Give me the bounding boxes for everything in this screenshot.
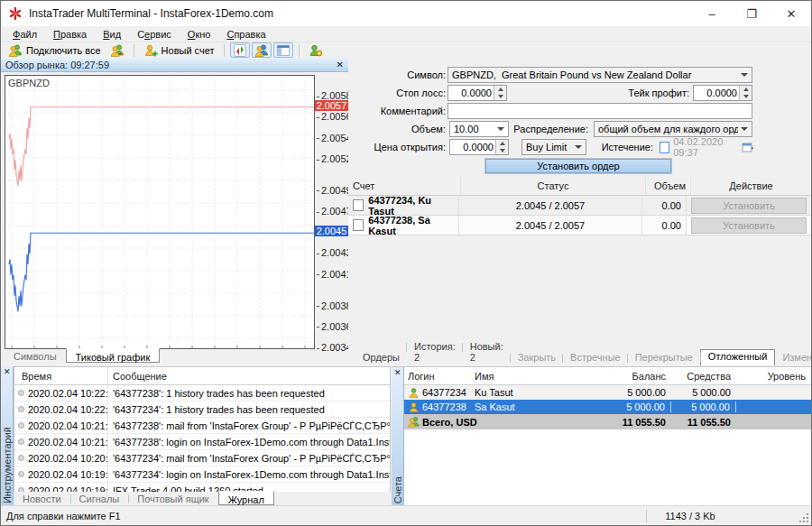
order-type-select[interactable]: Buy Limit [521, 139, 586, 155]
order-accounts-table: Счет Статус Объем Действие 64377234, Ku … [348, 177, 811, 235]
tab-orders[interactable]: Ордеры [355, 351, 407, 365]
list-item[interactable]: 2020.02.04 10:20:0...'64377234': mail fr… [14, 450, 390, 466]
menu-help[interactable]: Справка [218, 28, 273, 41]
place-order-button[interactable]: Установить ордер [485, 159, 671, 173]
status-message: Для справки нажмите F1 [1, 511, 646, 521]
comment-input[interactable] [448, 103, 752, 119]
new-account-button[interactable]: Новый счет [140, 42, 218, 58]
tab-pending[interactable]: Отложенный [700, 349, 776, 365]
menu-view[interactable]: Вид [95, 28, 129, 41]
menu-file[interactable]: Файл [5, 28, 45, 41]
distribution-select[interactable]: общий объем для каждого ордера [594, 121, 752, 137]
col-login[interactable]: Логин [404, 371, 473, 382]
table-row-selected[interactable]: 64377238 Sa Kasut 5 000.00 5 000.00 [404, 400, 811, 414]
list-item[interactable]: 2020.02.04 10:21:1...'64377238': mail fr… [14, 418, 390, 434]
stop-loss-input[interactable]: 0.0000 [448, 85, 507, 101]
tab-modify[interactable]: Изменить [775, 351, 812, 365]
price-label: 2.0038 [317, 300, 352, 311]
tab-close[interactable]: Закрыть [511, 351, 563, 365]
order-table-header: Счет Статус Объем Действие [348, 177, 811, 196]
journal-time: 2020.02.04 10:21:0... [28, 437, 108, 448]
accounts-view-icon [254, 43, 269, 58]
col-level[interactable]: Уровень [736, 371, 811, 382]
close-button[interactable]: ✕ [771, 1, 811, 26]
col-funds[interactable]: Средства [671, 371, 736, 382]
maximize-button[interactable]: ❐ [732, 1, 771, 26]
symbol-select[interactable]: GBPNZD, Great Britain Pound vs New Zeala… [448, 67, 752, 83]
tab-overlapped[interactable]: Перекрытые [628, 351, 700, 365]
accounts-view-toggle[interactable] [252, 42, 272, 58]
journal-time: 2020.02.04 10:20:0... [28, 453, 108, 464]
take-profit-input[interactable]: 0.0000 [693, 85, 752, 101]
col-account[interactable]: Счет [348, 177, 461, 195]
list-item[interactable]: 2020.02.04 10:21:0...'64377238': login o… [14, 434, 390, 450]
spin-up-icon[interactable] [494, 86, 506, 93]
menu-service[interactable]: Сервис [129, 28, 180, 41]
table-row[interactable]: 64377238, Sa Kasut 2.0045 / 2.0057 0.00 … [348, 216, 811, 235]
journal-message: '64377234': login on InstaForex-1Demo.co… [108, 469, 390, 480]
volume-select[interactable]: 10.00 [449, 121, 509, 137]
tab-tick-chart[interactable]: Тиковый график [66, 348, 161, 363]
account-checkbox[interactable] [353, 219, 364, 231]
status-traffic: 1143 / 3 Kb [647, 511, 734, 521]
col-message[interactable]: Сообщение [108, 371, 390, 382]
col-balance[interactable]: Баланс [606, 371, 671, 382]
spin-down-icon[interactable] [496, 147, 508, 154]
connect-all-button[interactable]: Подключить все [5, 42, 105, 58]
col-action[interactable]: Действие [691, 177, 811, 195]
open-price-value: 0.0000 [450, 140, 495, 154]
disconnect-all-button[interactable] [106, 42, 128, 58]
list-item[interactable]: 2020.02.04 10:19:5...'64377234': login o… [14, 466, 390, 483]
journal-entry-icon [18, 390, 24, 396]
col-name[interactable]: Имя [473, 371, 606, 382]
tab-mailbox[interactable]: Почтовый ящик [128, 492, 217, 506]
list-item[interactable]: 2020.02.04 10:19:3...IFX Trader 4.00 bui… [14, 483, 390, 492]
expiration-checkbox[interactable] [660, 142, 669, 153]
spin-up-icon[interactable] [740, 86, 752, 93]
calendar-icon[interactable] [742, 142, 753, 153]
market-watch-toggle[interactable] [230, 42, 250, 58]
total-balance: 11 055.50 [606, 417, 671, 428]
tab-symbols[interactable]: Символы [5, 349, 66, 364]
list-item[interactable]: 2020.02.04 10:22:2...'64377234': 1 histo… [14, 401, 390, 418]
journal-time: 2020.02.04 10:19:5... [28, 469, 108, 480]
resize-grip[interactable] [798, 512, 809, 523]
accounts-close-icon[interactable]: ✕ [394, 369, 401, 377]
tab-news[interactable]: Новости [14, 492, 70, 506]
price-label: 2.0054 [317, 133, 352, 143]
new-account-icon [143, 43, 158, 58]
col-status[interactable]: Статус [461, 177, 646, 195]
market-overview-panel: Обзор рынка: 09:27:59 ✕ GBPNZD 2.00582.0… [1, 58, 348, 365]
tab-counter[interactable]: Встречные [563, 351, 628, 365]
account-settings-button[interactable] [305, 42, 327, 58]
table-row[interactable]: 64377234, Ku Tasut 2.0045 / 2.0057 0.00 … [348, 196, 811, 216]
symbol-label: Символ: [366, 69, 446, 80]
tick-chart[interactable]: GBPNZD [5, 75, 315, 349]
total-funds: 11 055.50 [671, 417, 736, 428]
tab-new[interactable]: Новый: 2 [463, 340, 511, 365]
terminal-view-toggle[interactable] [273, 42, 293, 58]
account-checkbox[interactable] [353, 199, 364, 211]
tab-signals[interactable]: Сигналы [70, 492, 129, 506]
spin-down-icon[interactable] [740, 93, 752, 100]
tab-history[interactable]: История: 2 [407, 340, 463, 365]
col-time[interactable]: Время [14, 367, 108, 384]
open-price-input[interactable]: 0.0000 [449, 139, 509, 155]
spin-down-icon[interactable] [494, 93, 506, 100]
name-cell: Ku Tasut [473, 387, 606, 398]
toolbox-close-icon[interactable]: ✕ [4, 368, 11, 376]
balance-cell: 5 000.00 [606, 401, 671, 412]
col-volume[interactable]: Объем [646, 177, 691, 195]
expiration-field[interactable]: 04.02.2020 09:37 [660, 139, 753, 155]
market-overview-close-icon[interactable]: ✕ [337, 60, 344, 69]
accounts-total-row: Всего, USD 11 055.50 11 055.50 [404, 414, 811, 429]
menu-window[interactable]: Окно [180, 28, 219, 41]
spin-up-icon[interactable] [496, 140, 508, 147]
table-row[interactable]: 64377234 Ku Tasut 5 000.00 5 000.00 [404, 385, 811, 400]
tab-journal[interactable]: Журнал [218, 491, 274, 505]
set-order-button-disabled[interactable]: Установить [691, 198, 807, 214]
list-item[interactable]: 2020.02.04 10:22:2...'64377238': 1 histo… [14, 385, 390, 401]
set-order-button-disabled[interactable]: Установить [691, 217, 807, 234]
menu-edit[interactable]: Правка [45, 28, 95, 41]
minimize-button[interactable]: – [692, 1, 732, 26]
